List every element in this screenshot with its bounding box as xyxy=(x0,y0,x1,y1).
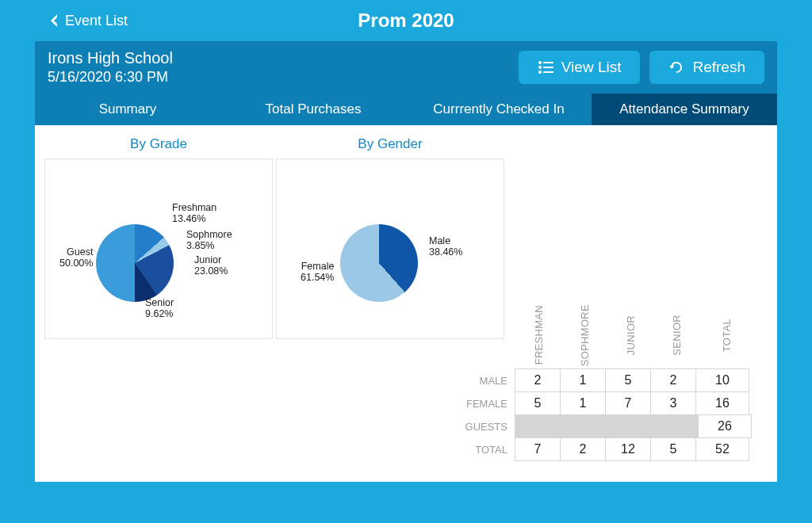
cell: 2 xyxy=(650,368,696,392)
event-datetime: 5/16/2020 6:30 PM xyxy=(48,69,509,86)
cell: 5 xyxy=(515,391,561,415)
cell: 10 xyxy=(695,368,749,392)
label-junior: Junior 23.08% xyxy=(194,254,228,277)
by-grade-chart: Freshman 13.46% Sophmore 3.85% Junior 23… xyxy=(44,158,273,339)
svg-point-0 xyxy=(538,61,542,64)
refresh-label: Refresh xyxy=(692,59,745,76)
row-label-female: FEMALE xyxy=(452,392,515,415)
refresh-button[interactable]: Refresh xyxy=(649,51,764,84)
cell: 12 xyxy=(605,437,651,461)
label-female: Female 61.54% xyxy=(301,261,334,284)
row-female: FEMALE 5 1 7 3 16 xyxy=(452,392,753,415)
svg-rect-1 xyxy=(543,62,553,63)
svg-rect-3 xyxy=(543,67,553,68)
cell: 5 xyxy=(605,368,651,392)
label-senior: Senior 9.62% xyxy=(145,297,174,320)
cell: 1 xyxy=(560,391,606,415)
school-name: Irons High School xyxy=(48,49,509,67)
svg-point-4 xyxy=(538,71,542,74)
row-label-male: MALE xyxy=(452,369,515,392)
label-sophmore: Sophmore 3.85% xyxy=(186,229,232,252)
cell: 5 xyxy=(650,437,696,461)
row-male: MALE 2 1 5 2 10 xyxy=(452,369,753,392)
page-title: Prom 2020 xyxy=(358,10,454,32)
col-freshman: FRESHMAN xyxy=(515,301,561,369)
by-grade-title: By Grade xyxy=(44,136,273,152)
back-button[interactable]: Event List xyxy=(48,13,128,29)
cell: 2 xyxy=(515,368,561,392)
view-list-label: View List xyxy=(561,59,622,76)
row-label-guests: GUESTS xyxy=(452,415,515,438)
cell: 7 xyxy=(515,437,561,461)
label-freshman: Freshman 13.46% xyxy=(172,202,216,225)
by-gender-title: By Gender xyxy=(276,136,504,152)
row-guests: GUESTS 26 xyxy=(452,415,753,438)
cell-merged xyxy=(515,414,699,438)
col-sophmore: SOPHMORE xyxy=(561,301,607,369)
info-bar: Irons High School 5/16/2020 6:30 PM View… xyxy=(35,41,777,94)
attendance-table: FRESHMAN SOPHMORE JUNIOR SENIOR TOTAL MA… xyxy=(452,301,753,461)
tab-total-purchases[interactable]: Total Purchases xyxy=(220,94,406,125)
tab-attendance-summary[interactable]: Attendance Summary xyxy=(592,94,777,125)
row-label-total: TOTAL xyxy=(452,438,515,461)
tab-currently-checked-in[interactable]: Currrently Checked In xyxy=(406,94,592,125)
cell: 2 xyxy=(560,437,606,461)
tab-content: By Grade Freshman 13.46% Sophmore 3.85% … xyxy=(35,125,777,474)
top-bar: Event List Prom 2020 xyxy=(0,0,812,41)
back-label: Event List xyxy=(65,13,128,29)
by-grade-column: By Grade Freshman 13.46% Sophmore 3.85% … xyxy=(44,135,273,464)
event-info: Irons High School 5/16/2020 6:30 PM xyxy=(48,49,509,86)
col-junior: JUNIOR xyxy=(607,301,653,369)
cell: 52 xyxy=(695,437,749,461)
tab-summary[interactable]: Summary xyxy=(35,94,220,125)
cell: 7 xyxy=(605,391,651,415)
list-icon xyxy=(538,60,553,74)
by-grade-pie xyxy=(96,224,174,302)
main-panel: Summary Total Purchases Currrently Check… xyxy=(35,94,777,482)
col-senior: SENIOR xyxy=(653,301,699,369)
cell: 1 xyxy=(560,368,606,392)
cell: 3 xyxy=(650,391,696,415)
by-gender-pie xyxy=(340,224,418,302)
view-list-button[interactable]: View List xyxy=(519,51,641,84)
svg-rect-5 xyxy=(543,71,553,73)
label-male: Male 38.46% xyxy=(429,235,462,258)
table-column-headers: FRESHMAN SOPHMORE JUNIOR SENIOR TOTAL xyxy=(515,301,753,369)
label-guest: Guest 50.00% xyxy=(59,246,93,269)
cell: 26 xyxy=(698,414,752,438)
refresh-icon xyxy=(668,59,684,75)
row-total: TOTAL 7 2 12 5 52 xyxy=(452,438,753,461)
col-total: TOTAL xyxy=(699,301,753,369)
tabs: Summary Total Purchases Currrently Check… xyxy=(35,94,777,125)
chevron-left-icon xyxy=(48,13,59,29)
svg-point-2 xyxy=(538,66,542,69)
cell: 16 xyxy=(695,391,749,415)
